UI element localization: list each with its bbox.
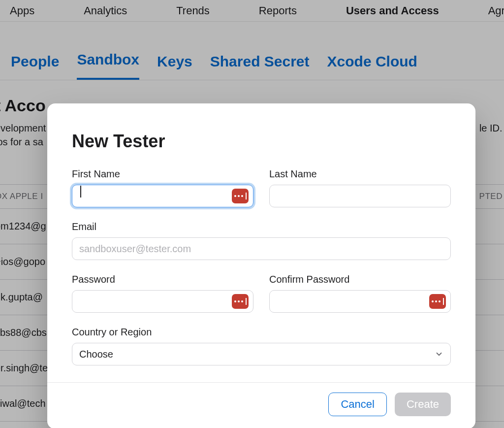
create-button[interactable]: Create bbox=[395, 393, 451, 416]
field-confirm-password: Confirm Password bbox=[269, 274, 451, 313]
field-first-name: First Name bbox=[72, 168, 253, 207]
modal-title: New Tester bbox=[72, 131, 451, 152]
label-country: Country or Region bbox=[72, 327, 451, 338]
label-first-name: First Name bbox=[72, 168, 253, 180]
password-manager-icon[interactable] bbox=[232, 189, 249, 203]
email-input[interactable] bbox=[72, 237, 451, 260]
text-cursor-icon bbox=[80, 186, 81, 198]
field-last-name: Last Name bbox=[269, 168, 451, 207]
field-country: Country or Region Choose bbox=[72, 327, 451, 365]
chevron-down-icon bbox=[435, 350, 443, 359]
field-password: Password bbox=[72, 274, 253, 313]
password-manager-icon[interactable] bbox=[429, 294, 446, 309]
country-select-value: Choose bbox=[79, 349, 113, 360]
confirm-password-input[interactable] bbox=[269, 290, 451, 313]
label-confirm-password: Confirm Password bbox=[269, 274, 451, 285]
password-input[interactable] bbox=[72, 290, 253, 313]
modal-footer: Cancel Create bbox=[47, 382, 475, 428]
label-last-name: Last Name bbox=[269, 168, 451, 180]
password-manager-icon[interactable] bbox=[232, 294, 249, 309]
field-email: Email bbox=[72, 221, 451, 260]
label-email: Email bbox=[72, 221, 451, 232]
last-name-input[interactable] bbox=[269, 185, 451, 207]
cancel-button[interactable]: Cancel bbox=[328, 393, 386, 416]
first-name-input[interactable] bbox=[72, 185, 253, 207]
country-select[interactable]: Choose bbox=[72, 343, 451, 365]
label-password: Password bbox=[72, 274, 253, 285]
new-tester-modal: New Tester First Name Last Name bbox=[47, 103, 475, 428]
